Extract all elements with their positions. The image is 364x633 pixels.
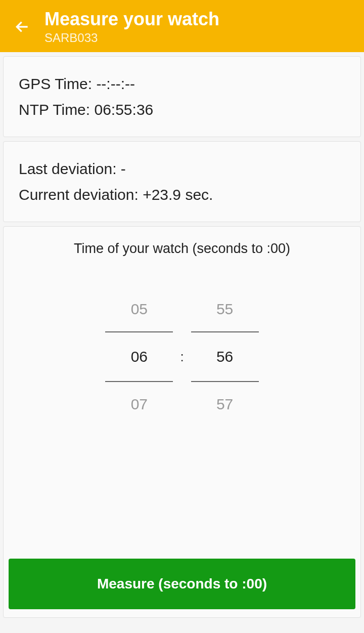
minutes-next: 57 (216, 388, 233, 420)
time-card: GPS Time: --:--:-- NTP Time: 06:55:36 (3, 56, 361, 137)
measure-button[interactable]: Measure (seconds to :00) (9, 559, 355, 609)
hours-picker[interactable]: 05 06 07 (105, 293, 173, 420)
page-title: Measure your watch (44, 8, 219, 30)
current-deviation-label: Current deviation: (19, 186, 143, 203)
back-button[interactable] (10, 15, 34, 39)
picker-card: Time of your watch (seconds to :00) 05 0… (3, 226, 361, 618)
gps-time-value: --:--:-- (96, 75, 135, 92)
minutes-picker[interactable]: 55 56 57 (191, 293, 259, 420)
picker-row: 05 06 07 : 55 56 57 (19, 293, 345, 420)
header-text: Measure your watch SARB033 (44, 8, 219, 45)
last-deviation-row: Last deviation: - (19, 156, 345, 182)
hours-current: 06 (105, 331, 173, 382)
gps-time-row: GPS Time: --:--:-- (19, 71, 345, 97)
hours-next: 07 (131, 388, 148, 420)
current-deviation-row: Current deviation: +23.9 sec. (19, 182, 345, 207)
arrow-left-icon (14, 19, 30, 35)
picker-colon: : (180, 349, 184, 365)
minutes-prev: 55 (216, 293, 233, 325)
deviation-card: Last deviation: - Current deviation: +23… (3, 141, 361, 222)
current-deviation-value: +23.9 sec. (143, 186, 213, 203)
ntp-time-label: NTP Time: (19, 101, 94, 118)
app-header: Measure your watch SARB033 (0, 0, 364, 52)
ntp-time-row: NTP Time: 06:55:36 (19, 97, 345, 122)
hours-prev: 05 (131, 293, 148, 325)
picker-title: Time of your watch (seconds to :00) (19, 241, 345, 257)
minutes-current: 56 (191, 331, 259, 382)
last-deviation-value: - (121, 160, 126, 177)
page-subtitle: SARB033 (44, 31, 219, 45)
last-deviation-label: Last deviation: (19, 160, 121, 177)
gps-time-label: GPS Time: (19, 75, 96, 92)
ntp-time-value: 06:55:36 (94, 101, 153, 118)
